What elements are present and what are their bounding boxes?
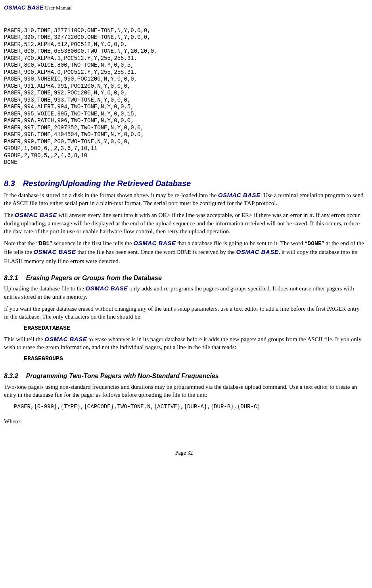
section-8-3-2-heading: 8.3.2Programming Two-Tone Pagers with No… xyxy=(4,372,364,380)
page-footer: Page 32 xyxy=(4,450,364,457)
section-8-3-para-2: The OSMAC BASE will answer every line se… xyxy=(4,211,364,235)
section-8-3-1-para-1: Uploading the database file to the OSMAC… xyxy=(4,284,364,301)
brand-inline: OSMAC BASE xyxy=(218,192,261,198)
brand-inline: OSMAC BASE xyxy=(134,240,176,246)
brand-inline: OSMAC BASE xyxy=(15,211,57,218)
section-8-3-para-3: Note that the “DB1” sequence in the firs… xyxy=(4,239,364,265)
section-8-3-1-heading: 8.3.1Erasing Pagers or Groups from the D… xyxy=(4,274,364,282)
erasedatabase-code: ERASEDATABASE xyxy=(24,325,364,332)
brand-inline: OSMAC BASE xyxy=(34,248,76,255)
done-code-2: DONE xyxy=(177,249,192,256)
section-8-3-1-para-3: This will tell the OSMAC BASE to erase w… xyxy=(4,335,364,352)
brand-inline: OSMAC BASE xyxy=(236,248,278,255)
section-8-3-heading: 8.3Restoring/Uploading the Retrieved Dat… xyxy=(4,178,364,189)
erasegroups-code: ERASEGROUPS xyxy=(24,355,364,363)
pager-format-code: PAGER,{0-999},{TYPE},{CAPCODE},TWO-TONE,… xyxy=(14,403,364,411)
brand-inline: OSMAC BASE xyxy=(86,285,128,292)
section-8-3-para-1: If the database is stored on a disk in t… xyxy=(4,191,364,208)
done-code: DONE xyxy=(307,240,322,247)
subsection-number: 8.3.2 xyxy=(4,372,18,380)
where-label: Where: xyxy=(4,417,364,425)
subsection-title: Programming Two-Tone Pagers with Non-Sta… xyxy=(26,373,219,379)
db1-code: DB1 xyxy=(39,240,50,247)
page-header: OSMAC BASE User Manual xyxy=(4,4,364,12)
section-8-3-2-para-1: Two-tone pagers using non-standard frequ… xyxy=(4,383,364,399)
subsection-number: 8.3.1 xyxy=(4,274,18,282)
subsection-title: Erasing Pagers or Groups from the Databa… xyxy=(26,275,162,281)
database-code-block: PAGER,310,TONE,327711000,ONE-TONE,N,Y,0,… xyxy=(4,27,364,166)
brand-name: OSMAC BASE xyxy=(4,4,44,11)
brand-inline: OSMAC BASE xyxy=(45,336,87,342)
section-number: 8.3 xyxy=(4,178,15,189)
section-8-3-1-para-2: If you want the pager database erased wi… xyxy=(4,305,364,321)
header-suffix: User Manual xyxy=(44,5,72,11)
section-title: Restoring/Uploading the Retrieved Databa… xyxy=(23,179,191,188)
